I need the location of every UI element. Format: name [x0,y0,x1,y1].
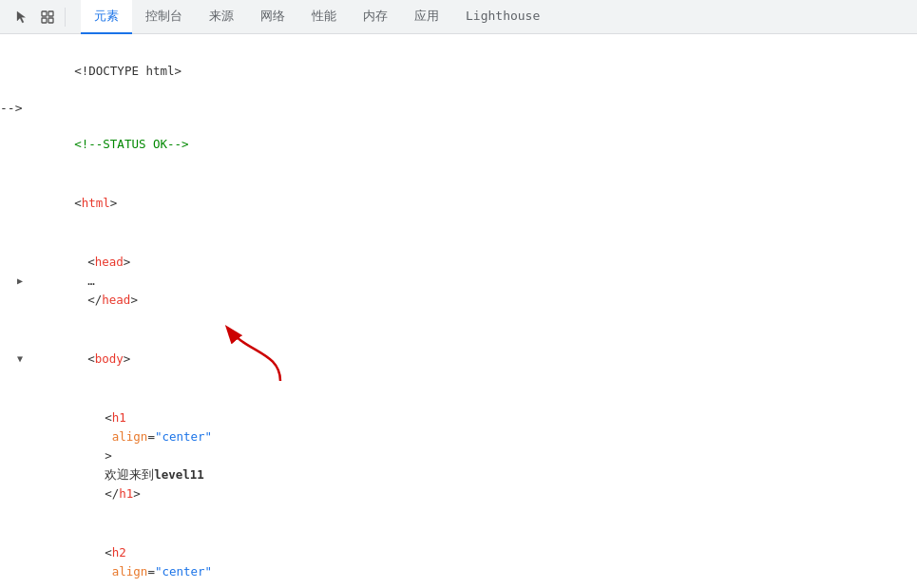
tab-memory[interactable]: 内存 [350,0,401,34]
inspect-icon[interactable] [34,4,61,30]
tab-console[interactable]: 控制台 [132,0,196,34]
toolbar-icons [4,4,73,30]
dom-inspector: <!DOCTYPE html> --> <!--STATUS OK--> <ht… [0,34,917,588]
tab-application[interactable]: 应用 [401,0,452,34]
tab-network[interactable]: 网络 [247,0,298,34]
cursor-icon[interactable] [8,4,34,30]
code-line[interactable]: <html> [0,174,917,233]
tab-sources[interactable]: 来源 [196,0,247,34]
code-line[interactable]: ▼ <body> [0,330,917,389]
svg-rect-3 [48,18,53,23]
code-line[interactable]: ▶ <head> … </head> [0,233,917,330]
svg-rect-0 [42,11,47,16]
expand-head[interactable]: ▶ [13,272,27,291]
tab-divider [65,8,66,27]
svg-rect-1 [42,18,47,23]
tab-performance[interactable]: 性能 [298,0,350,34]
code-line[interactable]: <!DOCTYPE html> [0,42,917,101]
tab-bar: 元素 控制台 来源 网络 性能 内存 应用 Lighthouse [0,0,917,34]
code-area: <!DOCTYPE html> --> <!--STATUS OK--> <ht… [0,34,917,588]
code-line[interactable]: <h2 align="center" > 没有找到和good job!相关的结果… [0,523,917,588]
code-line[interactable]: <h1 align="center" > 欢迎来到level11 </h1> [0,389,917,523]
code-line[interactable]: <!--STATUS OK--> [0,115,917,174]
svg-rect-2 [48,11,53,16]
expand-body[interactable]: ▼ [13,350,27,369]
tab-lighthouse[interactable]: Lighthouse [452,0,553,34]
tab-elements[interactable]: 元素 [81,0,132,34]
